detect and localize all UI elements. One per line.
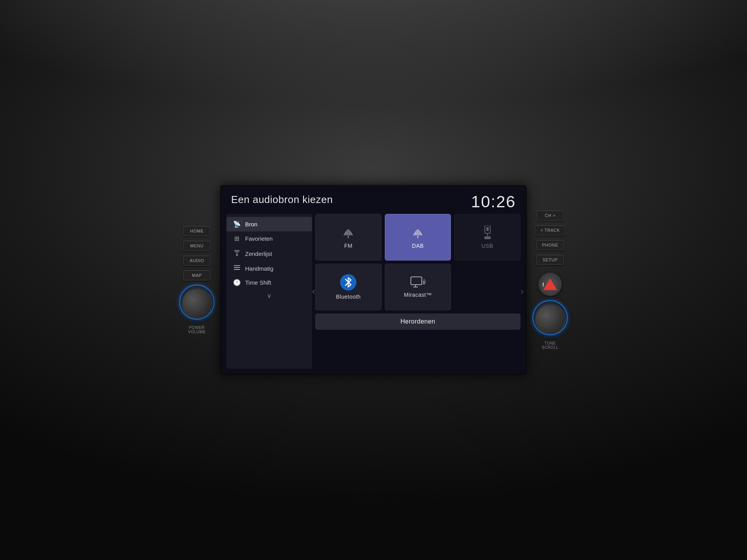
audio-button[interactable]: AUDIO [183,256,210,266]
bluetooth-circle [340,274,356,290]
svg-rect-10 [484,236,491,239]
grid-tile-miracast[interactable]: Miracast™ [385,264,451,310]
screen-header: Een audiobron kiezen 10:26 [222,187,525,214]
grid-row-top: FM [315,214,521,261]
screen-title: Een audiobron kiezen [231,194,333,206]
fm-tile-content: FM [341,226,355,249]
miracast-tile-content: Miracast™ [404,276,431,298]
menu-item-favorieten-label: Favorieten [245,235,273,242]
dashboard-panel: HOME MENU AUDIO MAP POWERVOLUME Een audi… [140,185,607,375]
svg-rect-2 [234,265,240,266]
svg-rect-1 [236,255,238,256]
handmatig-icon [233,265,241,272]
warning-exclamation: ! [542,282,545,288]
menu-button[interactable]: MENU [183,241,210,251]
right-hardware-controls: CH > < TRACK PHONE SETUP ! TUNESCROLL [535,210,566,350]
car-surround: HOME MENU AUDIO MAP POWERVOLUME Een audi… [0,0,747,560]
herordenen-button[interactable]: Herordenen [315,313,521,330]
usb-icon [481,226,494,240]
fm-label: FM [344,243,352,249]
grid-nav-right[interactable]: › [521,286,524,297]
warning-button[interactable]: ! [538,273,562,296]
menu-item-handmatig-label: Handmatig [245,265,274,272]
menu-item-timeshift-label: Time Shift [245,279,271,286]
menu-item-timeshift[interactable]: 🕐 Time Shift [226,275,312,290]
zenderlijst-icon [233,249,241,258]
menu-item-favorieten[interactable]: ⊞ Favorieten [226,231,312,246]
tune-knob[interactable] [535,304,566,335]
menu-item-zenderlijst-label: Zenderlijst [245,250,272,257]
home-button[interactable]: HOME [183,226,210,236]
timeshift-icon: 🕐 [233,279,241,286]
grid-area: ‹ › [315,214,521,369]
ch-button[interactable]: CH > [537,210,564,220]
svg-rect-3 [234,267,240,268]
menu-item-handmatig[interactable]: Handmatig [226,261,312,275]
miracast-icon [410,276,426,289]
bluetooth-tile-content: Bluetooth [336,274,361,300]
main-screen: Een audiobron kiezen 10:26 📡 Bron [222,187,525,373]
fm-signal-icon [341,226,355,240]
screen-time: 10:26 [471,194,516,210]
bluetooth-icon [344,277,352,288]
menu-item-bron-label: Bron [245,221,258,228]
grid-tile-fm[interactable]: FM [315,214,382,261]
grid-tile-empty [454,264,521,310]
bluetooth-label: Bluetooth [336,294,361,300]
map-button[interactable]: MAP [183,270,210,280]
miracast-label: Miracast™ [404,292,431,298]
svg-rect-4 [234,269,240,270]
screen-bezel: Een audiobron kiezen 10:26 📡 Bron [220,185,527,375]
main-screen-wrapper: Een audiobron kiezen 10:26 📡 Bron [220,185,527,375]
svg-rect-8 [486,227,489,231]
screen-content: 📡 Bron ⊞ Favorieten [222,214,525,373]
dab-label: DAB [412,243,424,249]
dab-tile-content: DAB [411,226,425,249]
usb-label: USB [481,243,493,249]
bron-icon: 📡 [233,220,241,228]
volume-knob-label: POWERVOLUME [188,326,205,334]
grid-tile-bluetooth[interactable]: Bluetooth [315,264,382,310]
menu-panel: 📡 Bron ⊞ Favorieten [226,214,312,369]
usb-tile-content: USB [481,226,494,249]
svg-rect-11 [411,277,422,285]
dab-signal-icon [411,226,425,240]
menu-item-zenderlijst[interactable]: Zenderlijst [226,246,312,261]
volume-knob[interactable] [181,288,212,319]
setup-button[interactable]: SETUP [537,255,564,265]
tune-knob-label: TUNESCROLL [542,341,558,350]
grid-tile-usb[interactable]: USB [454,214,521,261]
track-button[interactable]: < TRACK [535,225,566,235]
menu-more-button[interactable]: ∨ [226,290,312,302]
favorieten-icon: ⊞ [233,235,241,242]
grid-tile-dab[interactable]: DAB [385,214,451,261]
left-hardware-controls: HOME MENU AUDIO MAP POWERVOLUME [181,226,212,334]
grid-row-bottom: Bluetooth [315,264,521,310]
grid-nav-left[interactable]: ‹ [312,286,315,297]
phone-button[interactable]: PHONE [536,240,564,250]
menu-item-bron[interactable]: 📡 Bron [226,217,312,231]
